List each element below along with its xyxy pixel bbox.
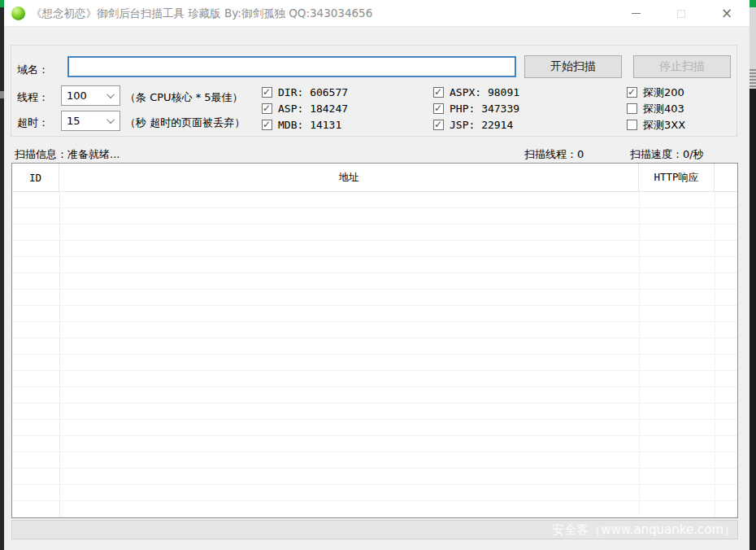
checkbox-icon (262, 103, 272, 114)
checkbox-aspx[interactable]: ASPX: 98091 (433, 86, 519, 98)
column-divider (59, 192, 60, 517)
checkbox-icon (433, 120, 444, 130)
window-controls: × (613, 0, 749, 27)
checkbox-icon (262, 87, 272, 98)
close-icon: × (721, 7, 732, 20)
maximize-button[interactable] (658, 0, 704, 27)
column-header-http-response[interactable]: HTTP响应 (639, 164, 715, 192)
checkbox-icon (433, 87, 444, 98)
threads-hint: （条 CPU核心 * 5最佳） (125, 90, 243, 105)
domain-label: 域名： (17, 63, 49, 77)
scan-info-status: 扫描信息：准备就绪... (15, 147, 119, 162)
results-table-header: ID 地址 HTTP响应 (12, 164, 737, 192)
screen: 《想念初恋》御剑后台扫描工具 珍藏版 By:御剑孤独 QQ:343034656 … (0, 0, 756, 550)
checkbox-probe-200[interactable]: 探测200 (627, 86, 684, 98)
timeout-hint: （秒 超时的页面被丢弃） (125, 116, 245, 130)
background-scrollbar-thumb (749, 69, 756, 87)
app-icon (11, 7, 25, 20)
scan-speed-status: 扫描速度：0/秒 (630, 147, 704, 162)
results-table-body (12, 192, 737, 517)
start-scan-button[interactable]: 开始扫描 (524, 55, 622, 78)
checkbox-icon (627, 120, 637, 130)
timeout-select[interactable]: 15 (61, 111, 120, 131)
background-green-corner-right (749, 0, 756, 7)
checkbox-asp[interactable]: ASP: 184247 (262, 103, 348, 115)
window-title: 《想念初恋》御剑后台扫描工具 珍藏版 By:御剑孤独 QQ:343034656 (31, 0, 372, 27)
titlebar: 《想念初恋》御剑后台扫描工具 珍藏版 By:御剑孤独 QQ:343034656 … (4, 0, 749, 27)
scan-threads-status: 扫描线程：0 (524, 147, 584, 162)
checkbox-icon (262, 120, 272, 130)
threads-value: 100 (67, 89, 87, 102)
checkbox-icon (627, 87, 637, 98)
column-header-filler (715, 164, 737, 192)
domain-input[interactable] (67, 56, 516, 77)
column-header-id[interactable]: ID (12, 164, 59, 192)
minimize-button[interactable] (613, 0, 658, 27)
checkbox-probe-3xx[interactable]: 探测3XX (627, 119, 685, 131)
checkbox-icon (433, 103, 444, 114)
chevron-down-icon (106, 116, 115, 124)
checkbox-dir[interactable]: DIR: 606577 (262, 86, 348, 98)
close-button[interactable]: × (704, 0, 749, 27)
column-divider (639, 192, 640, 517)
chevron-down-icon (106, 90, 115, 98)
checkbox-probe-403[interactable]: 探测403 (627, 103, 684, 115)
timeout-value: 15 (67, 115, 80, 127)
threads-select[interactable]: 100 (61, 85, 120, 106)
maximize-icon (677, 10, 685, 18)
checkbox-icon (627, 103, 637, 114)
threads-label: 线程： (17, 90, 49, 105)
column-header-address[interactable]: 地址 (59, 164, 639, 192)
column-divider (715, 192, 715, 517)
results-table: ID 地址 HTTP响应 (11, 163, 738, 518)
stop-scan-button[interactable]: 停止扫描 (633, 55, 731, 78)
anquanke-watermark: 安全客（www.anquanke.com） (552, 522, 737, 538)
checkbox-mdb[interactable]: MDB: 14131 (262, 119, 341, 131)
horizontal-scrollbar[interactable]: 安全客（www.anquanke.com） (11, 520, 738, 539)
checkbox-jsp[interactable]: JSP: 22914 (433, 119, 513, 131)
timeout-label: 超时： (17, 116, 49, 130)
minimize-icon (632, 13, 641, 14)
checkbox-php[interactable]: PHP: 347339 (433, 103, 519, 115)
main-window: 《想念初恋》御剑后台扫描工具 珍藏版 By:御剑孤独 QQ:343034656 … (4, 0, 749, 550)
